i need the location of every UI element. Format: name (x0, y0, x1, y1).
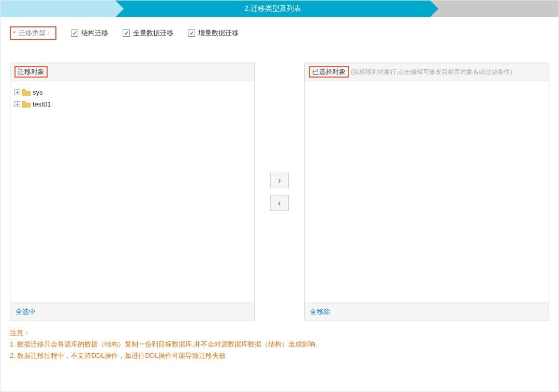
notes-line: 1. 数据迁移只会将源库的数据（结构）复制一份到目标数据库,并不会对源数据库数据… (10, 339, 549, 350)
required-star: * (13, 29, 16, 37)
step-seg-previous (1, 1, 115, 17)
transfer-buttons-column: › ‹ (255, 63, 304, 321)
tree-item[interactable]: + sys (14, 86, 250, 98)
checkbox-label: 结构迁移 (81, 28, 108, 38)
checkbox-structure-migration[interactable]: 结构迁移 (71, 28, 108, 38)
step-title: 2.迁移类型及列表 (244, 4, 301, 13)
checkbox-incremental-data-migration[interactable]: 增量数据迁移 (188, 28, 239, 38)
move-left-button[interactable]: ‹ (270, 195, 289, 211)
target-panel-header: 已选择对象 (鼠标移到对象行,点击编辑可修改目标库对象名或过滤条件) (305, 63, 549, 81)
chevron-right-icon: › (278, 176, 281, 185)
checkbox-label: 增量数据迁移 (198, 28, 239, 38)
chevron-left-icon: ‹ (278, 199, 281, 208)
notes-section: 注意： 1. 数据迁移只会将源库的数据（结构）复制一份到目标数据库,并不会对源数… (10, 327, 549, 361)
step-seg-next (430, 1, 558, 17)
migration-type-label-box: * 迁移类型： (10, 26, 56, 40)
expand-icon[interactable]: + (14, 89, 20, 95)
folder-icon (22, 101, 31, 108)
migration-type-row: * 迁移类型： 结构迁移 全量数据迁移 增量数据迁移 (10, 26, 549, 40)
folder-icon (22, 89, 31, 96)
source-panel-title: 迁移对象 (14, 66, 48, 78)
target-panel: 已选择对象 (鼠标移到对象行,点击编辑可修改目标库对象名或过滤条件) 全移除 (304, 63, 549, 321)
tree-item-label: test01 (33, 100, 51, 108)
step-bar: 2.迁移类型及列表 (1, 1, 558, 17)
notes-line: 2. 数据迁移过程中，不支持DDL操作，如进行DDL操作可能导致迁移失败 (10, 350, 549, 361)
target-panel-title: 已选择对象 (309, 66, 349, 78)
transfer-panels: 迁移对象 + sys + test01 (10, 63, 549, 321)
checkbox-icon (71, 29, 78, 37)
source-panel: 迁移对象 + sys + test01 (10, 63, 255, 321)
expand-icon[interactable]: + (14, 101, 20, 107)
target-panel-body (305, 81, 549, 303)
checkbox-icon (188, 29, 195, 37)
checkbox-label: 全量数据迁移 (133, 28, 173, 38)
source-panel-body: + sys + test01 (10, 81, 254, 303)
select-all-link[interactable]: 全选中 (16, 308, 36, 315)
tree-item-label: sys (33, 88, 43, 96)
target-panel-footer: 全移除 (305, 303, 549, 321)
notes-heading: 注意： (10, 327, 549, 339)
migration-type-label: 迁移类型： (19, 28, 52, 38)
step-seg-current: 2.迁移类型及列表 (115, 1, 430, 17)
checkbox-full-data-migration[interactable]: 全量数据迁移 (123, 28, 173, 38)
source-panel-header: 迁移对象 (10, 63, 254, 81)
tree-item[interactable]: + test01 (14, 98, 250, 110)
move-right-button[interactable]: › (270, 173, 289, 188)
checkbox-icon (123, 29, 130, 37)
source-panel-footer: 全选中 (10, 303, 254, 321)
remove-all-link[interactable]: 全移除 (310, 308, 330, 315)
target-panel-hint: (鼠标移到对象行,点击编辑可修改目标库对象名或过滤条件) (351, 68, 512, 77)
